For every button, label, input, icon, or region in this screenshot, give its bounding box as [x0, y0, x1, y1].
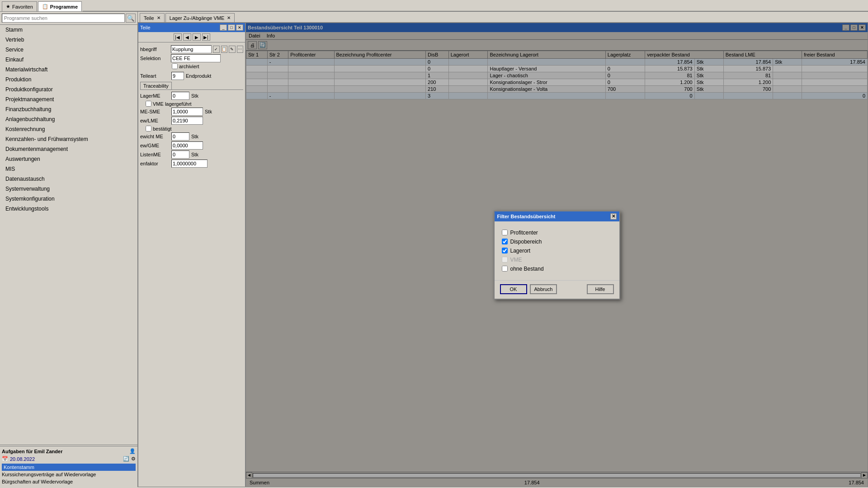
sidebar-item-vertrieb[interactable]: Vertrieb — [0, 35, 137, 45]
search-icon: 🔍 — [127, 15, 135, 22]
sidebar-item-stamm[interactable]: Stamm — [0, 25, 137, 35]
me-sme-unit: Stk — [205, 109, 212, 114]
hbegriff-input[interactable] — [171, 45, 212, 53]
nav-prev-btn[interactable]: ◀ — [183, 33, 191, 41]
vme-checkbox[interactable] — [146, 101, 151, 107]
tab-programme[interactable]: 📋 Programme — [38, 1, 82, 11]
search-input[interactable] — [2, 14, 125, 23]
lagerme-unit: Stk — [191, 93, 198, 99]
vme-label: VME lagergeführt — [153, 101, 192, 107]
sidebar-item-produktion[interactable]: Produktion — [0, 75, 137, 84]
ok-button[interactable]: OK — [500, 284, 527, 294]
tab-favoriten[interactable]: ★ Favoriten — [2, 1, 37, 11]
sidebar-item-kostenrechnung[interactable]: Kostenrechnung — [0, 124, 137, 134]
sidebar-item-service[interactable]: Service — [0, 45, 137, 55]
sidebar-item-einkauf[interactable]: Einkauf — [0, 55, 137, 65]
selektion-input[interactable] — [171, 54, 221, 62]
gewicht-me-input[interactable] — [171, 132, 189, 141]
search-button[interactable]: 🔍 — [126, 14, 136, 23]
tab-lager-close[interactable]: ✕ — [227, 15, 231, 20]
settings-icon[interactable]: ⚙ — [131, 456, 136, 462]
window-tab-teile[interactable]: Teile ✕ — [140, 13, 165, 22]
sidebar-item-systemverwaltung[interactable]: Systemverwaltung — [0, 184, 137, 194]
enfaktor-input[interactable] — [171, 160, 208, 168]
sidebar-item-kfws[interactable]: Kennzahlen- und Frühwarnsystem — [0, 134, 137, 144]
dispobereich-label: Dispobereich — [510, 239, 542, 245]
sidebar-item-materialwirtschaft[interactable]: Materialwirtschaft — [0, 65, 137, 75]
teile-maximize-btn[interactable]: □ — [228, 24, 235, 31]
gewicht-me-label: ewicht ME — [140, 134, 170, 139]
sidebar-item-projektmanagement[interactable]: Projektmanagement — [0, 94, 137, 104]
sidebar-item-anlagenbuchhaltung[interactable]: Anlagenbuchhaltung — [0, 114, 137, 124]
hbegriff-more-btn[interactable]: ⋯ — [237, 46, 244, 53]
ew-gme-label: ew/GME — [140, 143, 170, 148]
ew-lme-label: ew/LME — [140, 118, 170, 123]
calendar-icon: 📅 — [2, 456, 8, 462]
star-icon: ★ — [6, 4, 10, 9]
tasks-title-text: Aufgaben für Emil Zander — [2, 449, 62, 454]
sidebar-item-datenaustausch[interactable]: Datenaustausch — [0, 174, 137, 184]
task-list-item-2[interactable]: Bürgschaften auf Wiedervorlage — [2, 478, 136, 485]
tab-teile-close[interactable]: ✕ — [157, 15, 160, 20]
teile-close-btn[interactable]: ✕ — [236, 24, 243, 31]
teilart-num-input[interactable] — [171, 72, 184, 80]
teilart-value: Endprodukt — [186, 73, 211, 79]
ew-gme-input[interactable] — [171, 141, 203, 150]
dialog-close-btn[interactable]: ✕ — [610, 213, 617, 220]
teilart-label: Teileart — [140, 73, 170, 79]
ohne-bestand-checkbox[interactable] — [502, 266, 508, 272]
lagerort-checkbox[interactable] — [502, 248, 508, 253]
teile-minimize-btn[interactable]: _ — [220, 24, 227, 31]
me-sme-input[interactable] — [171, 108, 203, 116]
profitcenter-checkbox[interactable] — [502, 230, 508, 235]
hilfe-button[interactable]: Hilfe — [587, 284, 614, 294]
profitcenter-row: Profitcenter — [502, 230, 612, 236]
sidebar-item-auswertungen[interactable]: Auswertungen — [0, 154, 137, 164]
hbegriff-label: hbegriff — [140, 47, 170, 52]
person-icon: 👤 — [129, 448, 136, 454]
hbegriff-check-btn[interactable]: ✓ — [213, 46, 220, 53]
ohne-bestand-label: ohne Bestand — [510, 266, 544, 272]
dispobereich-row: Dispobereich — [502, 239, 612, 245]
sidebar-item-finanzbuchhaltung[interactable]: Finanzbuchhaltung — [0, 104, 137, 114]
listen-me-input[interactable] — [171, 150, 189, 159]
nav-next-btn[interactable]: ▶ — [193, 33, 201, 41]
lagerme-label: LagerME — [140, 93, 170, 99]
sidebar-item-mis[interactable]: MIS — [0, 164, 137, 174]
sidebar-item-entwicklungstools[interactable]: Entwicklungstools — [0, 204, 137, 214]
listen-me-label: ListenME — [140, 152, 170, 157]
gewicht-me-unit: Stk — [191, 134, 198, 139]
teile-panel-title: Teile — [140, 25, 151, 30]
nav-first-btn[interactable]: |◀ — [174, 33, 182, 41]
ew-lme-input[interactable] — [171, 117, 203, 125]
sidebar-item-systemkonfiguration[interactable]: Systemkonfiguration — [0, 194, 137, 204]
ohne-bestand-row: ohne Bestand — [502, 266, 612, 272]
archiviert-checkbox[interactable] — [172, 63, 178, 69]
bestaetigt-checkbox[interactable] — [146, 126, 151, 131]
lagerme-input[interactable] — [171, 92, 189, 100]
task-list-item-1[interactable]: Kurssicherungsverträge auf Wiedervorlage — [2, 471, 136, 478]
teile-panel: Teile _ □ ✕ |◀ ◀ ▶ ▶| — [138, 23, 245, 487]
tasks-date-text: 20.08.2022 — [10, 456, 35, 462]
vme-row: VME — [502, 257, 612, 263]
refresh-icon[interactable]: 🔄 — [123, 456, 129, 462]
programme-icon: 📋 — [42, 4, 48, 9]
dialog-overlay: Filter Bestandsübersicht ✕ Profitcenter — [246, 23, 868, 487]
vme-filter-checkbox[interactable] — [502, 257, 508, 263]
me-sme-label: ME-SME — [140, 109, 170, 114]
nav-last-btn[interactable]: ▶| — [202, 33, 210, 41]
hbegriff-edit-btn[interactable]: ✎ — [229, 46, 236, 53]
tasks-area: Aufgaben für Emil Zander 👤 📅 20.08.2022 … — [0, 446, 137, 487]
selected-task[interactable]: Kontenstamm — [2, 464, 136, 471]
window-tab-lager[interactable]: Lager Zu-/Abgänge VME ✕ — [165, 13, 235, 22]
filter-dialog: Filter Bestandsübersicht ✕ Profitcenter — [494, 211, 620, 300]
traceability-tab[interactable]: Traceability — [140, 82, 172, 89]
lagerort-label: Lagerort — [510, 248, 531, 254]
hbegriff-copy-btn[interactable]: 📋 — [221, 46, 228, 53]
bestands-panel: Bestandsübersicht Teil 1300010 _ □ ✕ Dat… — [245, 23, 868, 487]
sidebar-item-dokumentenmanagement[interactable]: Dokumentenmanagement — [0, 144, 137, 154]
archiviert-label: archiviert — [179, 64, 199, 69]
dispobereich-checkbox[interactable] — [502, 239, 508, 244]
sidebar-item-produktkonfigurator[interactable]: Produktkonfigurator — [0, 84, 137, 94]
abbruch-button[interactable]: Abbruch — [530, 284, 557, 294]
